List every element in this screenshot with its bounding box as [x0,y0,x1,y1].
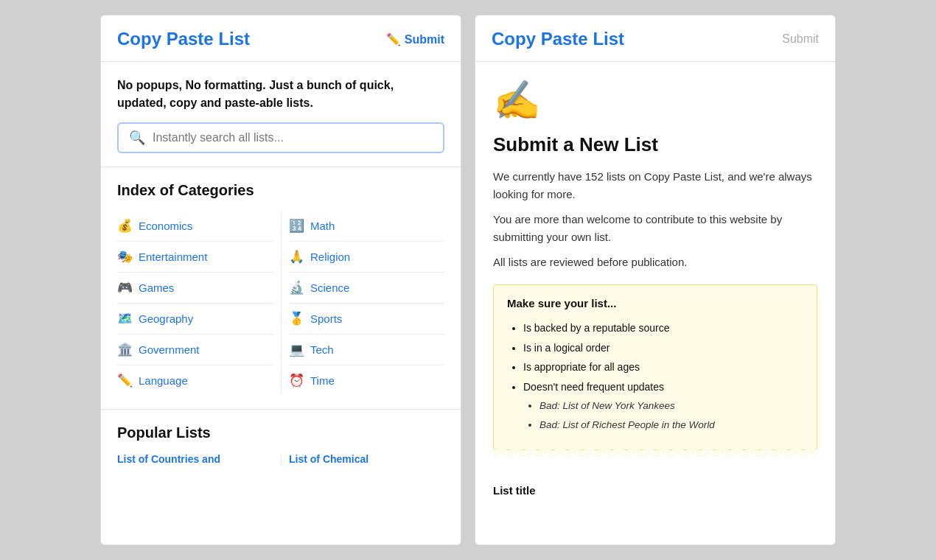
popular-section: Popular Lists List of Countries and List… [101,410,461,465]
government-label: Government [139,343,200,356]
right-panel-content: ✍️ Submit a New List We currently have 1… [475,62,835,466]
geography-label: Geography [139,312,193,325]
note-item-0: Is backed by a reputable source [523,318,803,338]
submit-desc3: All lists are reviewed before publicatio… [493,253,817,271]
government-icon: 🏛️ [117,342,133,357]
list-title-section: List title [475,466,835,504]
language-label: Language [139,374,188,387]
popular-grid: List of Countries and List of Chemical [117,453,444,465]
math-icon: 🔢 [289,218,304,234]
tech-label: Tech [310,343,334,356]
popular-item-countries[interactable]: List of Countries and [117,453,281,465]
religion-label: Religion [310,251,350,263]
note-sublist: Bad: List of New York Yankees Bad: List … [523,396,803,434]
note-list: Is backed by a reputable source Is in a … [507,318,803,435]
science-label: Science [310,281,349,294]
left-panel: Copy Paste List ✏️ Submit No popups, No … [100,15,461,545]
note-box: Make sure your list... Is backed by a re… [493,284,817,450]
categories-section: Index of Categories 💰 Economics 🎭 Entert… [101,167,461,410]
sports-label: Sports [310,312,342,325]
category-item-economics[interactable]: 💰 Economics [117,211,273,242]
left-header: Copy Paste List ✏️ Submit [101,15,461,62]
religion-icon: 🙏 [289,249,304,265]
category-item-tech[interactable]: 💻 Tech [289,335,444,365]
science-icon: 🔬 [289,280,304,295]
games-icon: 🎮 [117,280,133,295]
popular-title: Popular Lists [117,424,444,441]
right-title: Copy Paste List [492,29,624,49]
note-item-2: Is appropriate for all ages [523,357,803,377]
category-item-geography[interactable]: 🗺️ Geography [117,304,273,335]
category-item-science[interactable]: 🔬 Science [289,273,444,304]
category-item-religion[interactable]: 🙏 Religion [289,242,444,273]
category-item-government[interactable]: 🏛️ Government [117,335,273,365]
economics-icon: 💰 [117,218,133,234]
submit-desc2: You are more than welcome to contribute … [493,211,817,246]
math-label: Math [310,220,335,232]
entertainment-icon: 🎭 [117,249,133,265]
left-title: Copy Paste List [117,29,250,49]
note-subitem-0: Bad: List of New York Yankees [539,396,803,416]
writing-icon: ✍️ [493,78,817,123]
left-submit-button[interactable]: ✏️ Submit [386,32,444,46]
category-item-sports[interactable]: 🥇 Sports [289,304,444,335]
tagline-section: No popups, No formatting. Just a bunch o… [101,62,461,167]
time-label: Time [310,374,335,387]
right-header: Copy Paste List Submit [475,15,835,62]
note-item-1: Is in a logical order [523,338,803,358]
search-input[interactable] [153,131,433,144]
search-icon: 🔍 [129,130,145,146]
language-icon: ✏️ [117,373,133,388]
submit-desc1: We currently have 152 lists on Copy Past… [493,168,817,203]
tech-icon: 💻 [289,342,304,357]
list-title-label: List title [493,484,536,497]
categories-title: Index of Categories [117,182,444,199]
categories-grid: 💰 Economics 🎭 Entertainment 🎮 Games 🗺️ G… [117,211,444,396]
category-item-time[interactable]: ⏰ Time [289,365,444,396]
entertainment-label: Entertainment [139,251,207,263]
submit-heading: Submit a New List [493,133,817,156]
category-item-entertainment[interactable]: 🎭 Entertainment [117,242,273,273]
popular-item-chemical[interactable]: List of Chemical [281,453,444,465]
games-label: Games [139,281,174,294]
category-item-math[interactable]: 🔢 Math [289,211,444,242]
time-icon: ⏰ [289,373,304,388]
right-submit-label: Submit [782,32,819,46]
right-panel: Copy Paste List Submit ✍️ Submit a New L… [475,15,836,545]
categories-col-right: 🔢 Math 🙏 Religion 🔬 Science 🥇 Sports 💻 [281,211,444,396]
note-subitem-1: Bad: List of Richest People in the World [539,416,803,435]
note-item-3: Doesn't need frequent updates Bad: List … [523,377,803,435]
economics-label: Economics [139,220,192,232]
category-item-language[interactable]: ✏️ Language [117,365,273,396]
geography-icon: 🗺️ [117,311,133,326]
search-box[interactable]: 🔍 [117,122,444,153]
categories-col-left: 💰 Economics 🎭 Entertainment 🎮 Games 🗺️ G… [117,211,281,396]
category-item-games[interactable]: 🎮 Games [117,273,273,304]
note-title: Make sure your list... [507,297,803,309]
tagline-text: No popups, No formatting. Just a bunch o… [117,77,444,112]
sports-icon: 🥇 [289,311,304,326]
